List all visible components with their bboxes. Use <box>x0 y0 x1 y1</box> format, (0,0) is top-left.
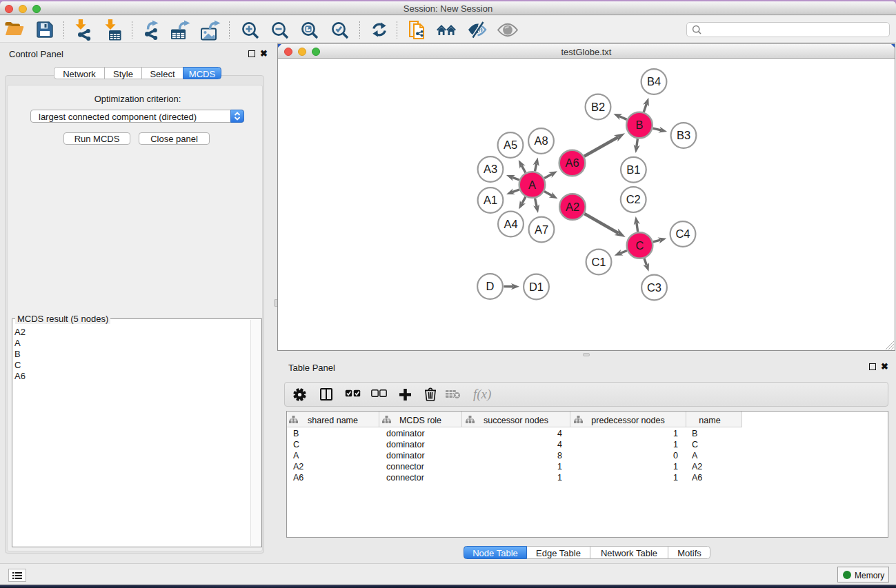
svg-text:A6: A6 <box>565 156 579 169</box>
svg-text:A7: A7 <box>535 223 548 236</box>
svg-text:A4: A4 <box>504 218 517 230</box>
svg-text:B4: B4 <box>647 75 661 88</box>
svg-text:A3: A3 <box>484 163 497 175</box>
svg-text:C1: C1 <box>591 256 606 268</box>
svg-text:C3: C3 <box>647 281 661 294</box>
svg-text:B: B <box>635 119 643 131</box>
svg-text:A8: A8 <box>534 134 548 147</box>
svg-text:C2: C2 <box>626 193 641 205</box>
svg-text:D: D <box>486 280 495 292</box>
svg-text:A5: A5 <box>504 139 517 151</box>
svg-text:A: A <box>528 179 536 191</box>
svg-text:A1: A1 <box>484 194 497 206</box>
svg-text:B1: B1 <box>626 163 640 176</box>
svg-text:D1: D1 <box>529 281 544 293</box>
svg-text:B3: B3 <box>677 129 690 141</box>
svg-text:C: C <box>636 239 644 252</box>
svg-text:B2: B2 <box>591 101 605 113</box>
svg-text:A2: A2 <box>566 201 579 213</box>
svg-text:C4: C4 <box>675 227 690 240</box>
